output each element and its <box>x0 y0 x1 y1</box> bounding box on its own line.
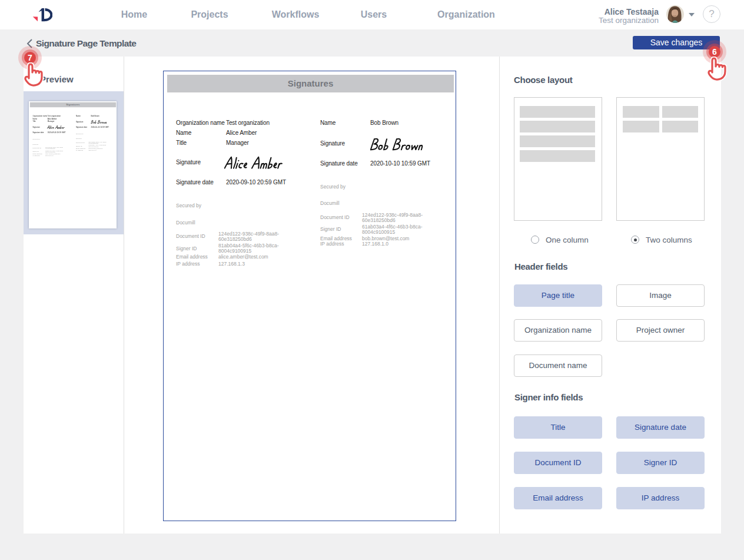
svg-text:7: 7 <box>28 53 32 62</box>
svg-text:6: 6 <box>712 47 717 57</box>
